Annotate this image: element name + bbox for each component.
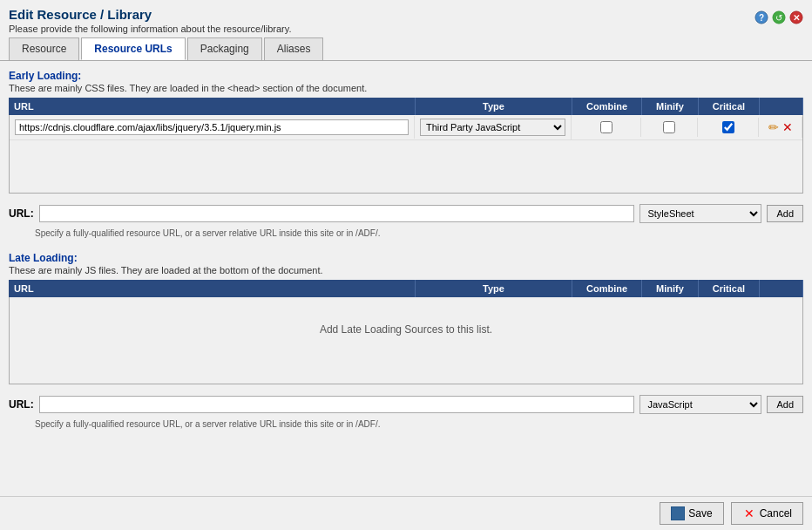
- late-url-field[interactable]: [39, 396, 635, 413]
- early-col-type: Type: [416, 98, 572, 115]
- early-url-input[interactable]: [15, 119, 409, 135]
- refresh-icon[interactable]: ↺: [772, 10, 786, 24]
- early-col-combine: Combine: [572, 98, 642, 115]
- content-area: Early Loading: These are mainly CSS file…: [0, 61, 812, 496]
- early-loading-desc: These are mainly CSS files. They are loa…: [9, 83, 367, 93]
- late-empty-message: Add Late Loading Sources to this list.: [10, 297, 802, 362]
- early-add-button[interactable]: Add: [767, 205, 803, 222]
- late-loading-section: Late Loading: These are mainly JS files.…: [9, 252, 803, 429]
- help-icon[interactable]: ?: [754, 10, 768, 24]
- svg-text:?: ?: [759, 13, 764, 23]
- main-window: Edit Resource / Library Please provide t…: [0, 0, 812, 530]
- early-col-critical: Critical: [699, 98, 760, 115]
- late-col-combine: Combine: [572, 280, 642, 297]
- late-url-label: URL:: [9, 398, 34, 411]
- tab-aliases[interactable]: Aliases: [264, 37, 324, 60]
- late-col-critical: Critical: [699, 280, 760, 297]
- footer: Save ✕ Cancel: [0, 496, 812, 530]
- late-url-add-row: URL: JavaScript StyleSheet Third Party J…: [9, 391, 803, 418]
- title-bar-left: Edit Resource / Library Please provide t…: [9, 7, 291, 34]
- tab-packaging[interactable]: Packaging: [187, 37, 262, 60]
- late-loading-desc: These are mainly JS files. They are load…: [9, 265, 323, 275]
- early-col-minify: Minify: [642, 98, 699, 115]
- late-loading-title: Late Loading:: [9, 252, 78, 264]
- late-type-dropdown[interactable]: JavaScript StyleSheet Third Party JavaSc…: [639, 395, 761, 414]
- early-table-header: URL Type Combine Minify Critical: [9, 98, 803, 115]
- early-row-minify: [641, 118, 698, 137]
- cancel-icon: ✕: [742, 506, 756, 520]
- early-critical-checkbox[interactable]: [722, 121, 734, 133]
- page-subtitle: Please provide the following information…: [9, 24, 291, 34]
- late-col-minify: Minify: [642, 280, 699, 297]
- svg-text:↺: ↺: [775, 13, 782, 23]
- svg-text:✕: ✕: [793, 13, 800, 23]
- late-table-header: URL Type Combine Minify Critical: [9, 280, 803, 297]
- tab-resource-urls[interactable]: Resource URLs: [81, 37, 185, 60]
- late-col-type: Type: [416, 280, 572, 297]
- early-type-select[interactable]: Third Party JavaScript StyleSheet JavaSc…: [420, 119, 565, 136]
- early-col-url: URL: [9, 98, 416, 115]
- late-col-extra: [760, 280, 803, 297]
- late-add-button[interactable]: Add: [767, 396, 803, 413]
- late-url-hint: Specify a fully-qualified resource URL, …: [9, 419, 803, 429]
- title-bar-right: ? ↺ ✕: [754, 10, 803, 24]
- early-combine-checkbox[interactable]: [600, 121, 612, 133]
- early-row-type: Third Party JavaScript StyleSheet JavaSc…: [415, 115, 572, 139]
- early-table-body: Third Party JavaScript StyleSheet JavaSc…: [9, 115, 803, 194]
- late-col-url: URL: [9, 280, 416, 297]
- title-bar: Edit Resource / Library Please provide t…: [0, 0, 812, 37]
- early-url-add-row: URL: StyleSheet JavaScript Third Party J…: [9, 200, 803, 227]
- page-title: Edit Resource / Library: [9, 7, 291, 22]
- early-loading-section: Early Loading: These are mainly CSS file…: [9, 70, 803, 238]
- early-loading-title: Early Loading:: [9, 70, 81, 82]
- save-button[interactable]: Save: [660, 502, 723, 525]
- early-url-hint: Specify a fully-qualified resource URL, …: [9, 228, 803, 238]
- cancel-button[interactable]: ✕ Cancel: [731, 502, 803, 525]
- delete-icon[interactable]: ✕: [782, 120, 793, 134]
- table-row: Third Party JavaScript StyleSheet JavaSc…: [10, 115, 802, 140]
- save-icon: [671, 506, 685, 520]
- early-col-actions: [760, 98, 803, 115]
- early-row-actions: ✏ ✕: [759, 117, 802, 138]
- early-loading-table: URL Type Combine Minify Critical Th: [9, 98, 803, 194]
- early-minify-checkbox[interactable]: [663, 121, 675, 133]
- early-row-critical: [698, 118, 759, 137]
- close-icon[interactable]: ✕: [789, 10, 803, 24]
- early-url-field[interactable]: [39, 205, 635, 222]
- edit-icon[interactable]: ✏: [768, 120, 779, 134]
- save-label: Save: [688, 507, 712, 520]
- late-loading-table: URL Type Combine Minify Critical Add Lat…: [9, 280, 803, 384]
- early-row-combine: [572, 118, 641, 137]
- cancel-label: Cancel: [760, 507, 792, 520]
- early-url-label: URL:: [9, 207, 34, 220]
- early-type-dropdown[interactable]: StyleSheet JavaScript Third Party JavaSc…: [639, 204, 761, 223]
- late-table-body: Add Late Loading Sources to this list.: [9, 297, 803, 384]
- tab-resource[interactable]: Resource: [9, 37, 79, 60]
- action-icons: ✏ ✕: [768, 120, 793, 134]
- tab-bar: Resource Resource URLs Packaging Aliases: [0, 37, 812, 61]
- early-row-url: [10, 116, 415, 139]
